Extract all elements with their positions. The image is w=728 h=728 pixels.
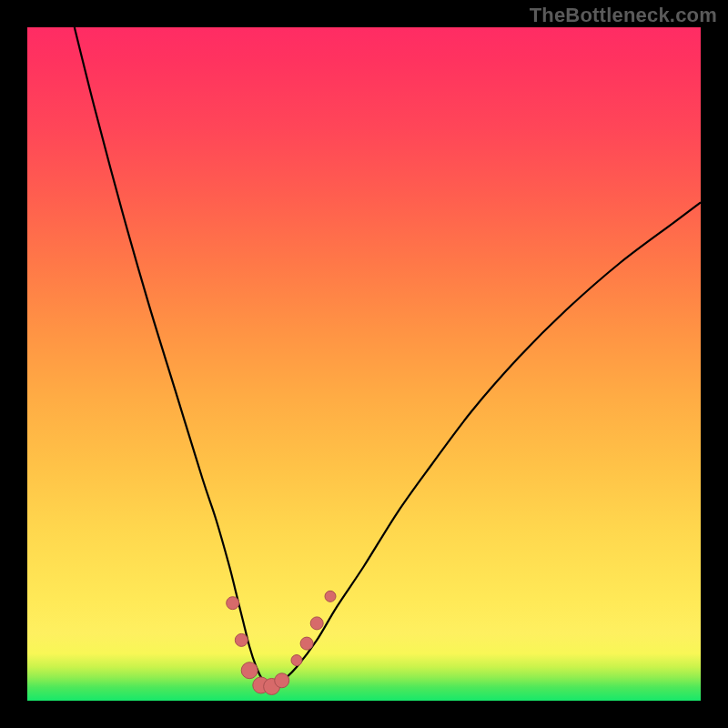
curve-marker — [300, 637, 313, 650]
bottleneck-curve-line — [75, 27, 701, 688]
curve-marker — [227, 597, 239, 610]
plot-area — [27, 27, 701, 701]
chart-svg — [27, 27, 701, 701]
marker-group — [227, 591, 336, 694]
watermark-text: TheBottleneck.com — [530, 4, 717, 27]
curve-marker — [325, 591, 336, 602]
curve-marker — [241, 662, 258, 679]
curve-marker — [275, 673, 289, 688]
chart-frame: TheBottleneck.com — [0, 0, 728, 728]
curve-marker — [235, 633, 248, 646]
curve-marker — [310, 617, 323, 630]
curve-marker — [291, 655, 302, 666]
